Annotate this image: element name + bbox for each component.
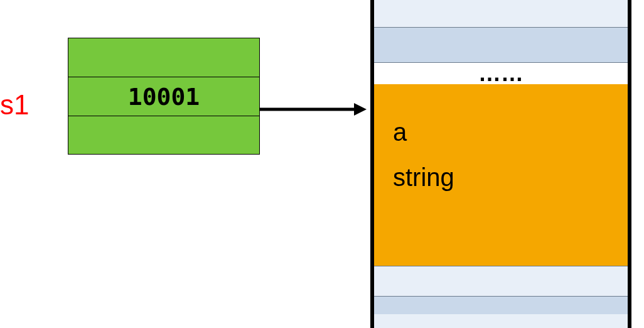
memory-slot	[374, 297, 628, 314]
memory-slot	[374, 28, 628, 63]
svg-marker-1	[354, 103, 367, 116]
heap-content-line: string	[393, 155, 609, 200]
memory-diagram: s1 10001 …… a string	[0, 0, 644, 328]
heap-object: a string	[374, 84, 628, 266]
stack-row-empty-top	[68, 38, 259, 77]
stack-variable-box: 10001	[68, 38, 260, 155]
memory-slot	[374, 266, 628, 297]
heap-content-line: a	[393, 109, 609, 155]
stack-row-empty-bottom	[68, 116, 259, 155]
pointer-arrow-icon	[260, 102, 367, 117]
stack-row-value: 10001	[68, 77, 259, 116]
memory-slot	[374, 314, 628, 328]
heap-memory-column: …… a string	[370, 0, 631, 328]
memory-slot	[374, 0, 628, 28]
variable-label: s1	[0, 89, 29, 121]
memory-ellipsis: ……	[374, 63, 628, 84]
